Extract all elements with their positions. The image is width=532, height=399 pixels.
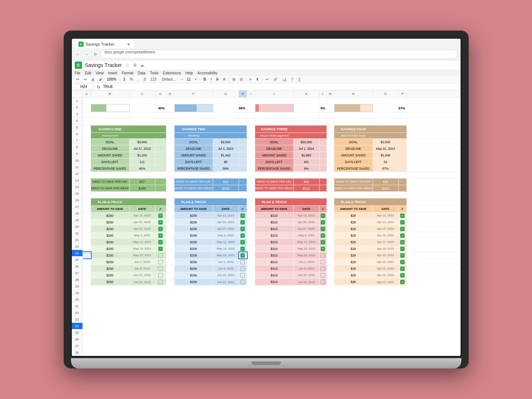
cell-m5[interactable]	[327, 126, 334, 133]
row-8[interactable]: 8	[72, 144, 82, 151]
cell-n12[interactable]	[334, 172, 373, 178]
function-btn[interactable]: ∑	[297, 77, 302, 82]
s3-date-row22[interactable]: May 11, 2023	[294, 239, 320, 245]
cell-h15[interactable]	[239, 192, 247, 198]
s4-check-row27[interactable]: ✓	[399, 272, 407, 278]
cell-i15[interactable]	[247, 192, 255, 198]
row-25[interactable]: 25	[72, 257, 82, 263]
cell-j1[interactable]	[255, 98, 294, 104]
cell-i19[interactable]	[247, 219, 255, 225]
cell-i2[interactable]	[247, 104, 255, 112]
menu-insert[interactable]: Insert	[108, 71, 117, 75]
cell-d8[interactable]	[155, 145, 166, 152]
cell-i7[interactable]	[247, 139, 255, 145]
cell-a16[interactable]	[83, 198, 91, 205]
s1-amount-row18[interactable]: $200	[91, 212, 130, 219]
address-bar[interactable]: docs.google.com/spreadsheets	[101, 50, 458, 59]
s2-amount-row21[interactable]: $206	[175, 232, 213, 239]
cell-m24[interactable]	[327, 252, 334, 258]
row-26[interactable]: 26	[72, 263, 82, 270]
cell-f12[interactable]	[175, 172, 213, 178]
s1-date-row19[interactable]: Apr 20, 2023	[130, 219, 155, 225]
cell-e3[interactable]	[166, 112, 175, 119]
s4-check-row22[interactable]: ✓	[399, 239, 407, 245]
s3-amount-row19[interactable]: $310	[255, 219, 294, 225]
s3-date-row28[interactable]: Jun 22, 2023	[294, 279, 320, 285]
cell-i8[interactable]	[247, 145, 255, 152]
filter-btn[interactable]: ▽	[289, 77, 295, 82]
s1-date-row18[interactable]: Apr 13, 2023	[130, 212, 155, 219]
menu-data[interactable]: Data	[138, 71, 145, 75]
s2-amount-row23[interactable]: $206	[175, 246, 213, 252]
s4-check-row25[interactable]: ✓	[399, 259, 407, 265]
comma-btn[interactable]: ,	[136, 77, 140, 82]
row-23[interactable]: 23	[72, 316, 82, 323]
s2-amount-row19[interactable]: $206	[175, 219, 213, 225]
cell-e20[interactable]	[166, 226, 175, 232]
col-header-d[interactable]: D	[155, 91, 166, 97]
s3-check-row28[interactable]	[320, 279, 327, 285]
s4-check-row20[interactable]: ✓	[399, 226, 407, 232]
s2-date-row21[interactable]: May 4, 2023	[213, 232, 239, 239]
cell-e14[interactable]	[166, 185, 175, 191]
cell-c12[interactable]	[130, 172, 155, 178]
s1-check-row28[interactable]	[155, 279, 166, 285]
s3-check-row18[interactable]: ✓	[320, 212, 327, 219]
s1-date-row27[interactable]: Jun 15, 2023	[130, 272, 155, 278]
cell-m7[interactable]	[327, 139, 334, 145]
cell-i4[interactable]	[247, 119, 255, 125]
s4-amount-row25[interactable]: $28	[334, 259, 373, 265]
s3-amount-row24[interactable]: $310	[255, 252, 294, 258]
back-btn[interactable]: ←	[75, 52, 81, 57]
cell-c4[interactable]	[130, 119, 155, 125]
row-5[interactable]: 5	[72, 124, 82, 131]
cell-a13[interactable]	[83, 179, 91, 185]
cell-i3[interactable]	[247, 112, 255, 119]
cell-n4[interactable]	[334, 119, 373, 125]
cell-a18[interactable]	[83, 212, 91, 219]
s4-check-row28[interactable]: ✓	[399, 279, 407, 285]
cell-d11[interactable]	[155, 165, 166, 172]
cell-m17[interactable]	[327, 206, 334, 212]
cell-k3[interactable]	[294, 112, 320, 119]
cell-a9[interactable]	[83, 152, 91, 158]
row-28[interactable]: 28	[72, 349, 82, 356]
s2-date-row25[interactable]: Jun 1, 2023	[213, 259, 239, 265]
cell-g2[interactable]	[213, 104, 239, 112]
increase-dec-btn[interactable]: 123	[149, 77, 158, 82]
cell-d13[interactable]	[155, 179, 166, 185]
row-27[interactable]: 27	[72, 270, 82, 276]
menu-tools[interactable]: Tools	[150, 71, 158, 75]
s3-check-row20[interactable]: ✓	[320, 226, 327, 232]
cell-o12[interactable]	[373, 172, 399, 178]
cell-m14[interactable]	[327, 185, 334, 191]
cell-p15[interactable]	[399, 192, 407, 198]
cell-p10[interactable]	[399, 159, 407, 165]
s4-amount-row24[interactable]: $28	[334, 252, 373, 258]
cell-o15[interactable]	[373, 192, 399, 198]
cell-l10[interactable]	[320, 159, 327, 165]
cell-f15[interactable]	[175, 192, 213, 198]
s4-date-row26[interactable]: Apr 21, 2023	[373, 265, 399, 272]
s1-check-row23[interactable]: ✓	[155, 246, 166, 252]
cell-m19[interactable]	[327, 219, 334, 225]
cell-n1[interactable]	[334, 98, 373, 104]
print-btn[interactable]: 🖨	[89, 77, 96, 82]
cell-p8[interactable]	[399, 145, 407, 152]
row-28[interactable]: 28	[72, 276, 82, 283]
cell-i14[interactable]	[247, 185, 255, 191]
cell-e8[interactable]	[166, 145, 175, 152]
cell-b12[interactable]	[91, 172, 130, 178]
s1-amount-row20[interactable]: $200	[91, 226, 130, 232]
s3-check-row25[interactable]	[320, 259, 327, 265]
s1-amount-row19[interactable]: $200	[91, 219, 130, 225]
s1-amount-row27[interactable]: $200	[91, 272, 130, 278]
cell-i10[interactable]	[247, 159, 255, 165]
s4-amount-row19[interactable]: $28	[334, 219, 373, 225]
cell-a12[interactable]	[83, 172, 91, 178]
cell-g3[interactable]	[213, 112, 239, 119]
s4-date-row27[interactable]: Apr 22, 2023	[373, 272, 399, 278]
cell-l9[interactable]	[320, 152, 327, 158]
cell-p13[interactable]	[399, 179, 407, 185]
s2-amount-row20[interactable]: $206	[175, 226, 213, 232]
